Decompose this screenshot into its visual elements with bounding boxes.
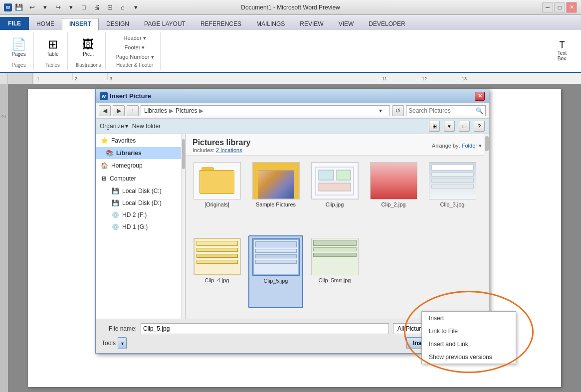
organize-button[interactable]: Organize ▾ xyxy=(100,123,128,130)
file-thumb-sample-pictures xyxy=(252,162,300,199)
forward-button[interactable]: ▶ xyxy=(113,105,125,116)
file-thumb-clip xyxy=(311,162,359,199)
tools-dropdown-button[interactable]: ▾ xyxy=(118,337,127,349)
pictures-button[interactable]: 🖼 Pic... xyxy=(78,37,98,58)
minimize-button[interactable]: ─ xyxy=(542,2,553,13)
close-button[interactable]: ✕ xyxy=(566,2,577,13)
home-button[interactable]: ⌂ xyxy=(117,1,129,13)
arrange-chevron: ▾ xyxy=(479,143,482,149)
more-button[interactable]: ▾ xyxy=(130,1,142,13)
nav-item-hd2-f[interactable]: 💿 HD 2 (F:) xyxy=(96,209,185,221)
clip5mrr-visual xyxy=(312,238,358,275)
print-preview-button[interactable]: □ xyxy=(78,1,90,13)
file-item-sample-pictures[interactable]: Sample Pictures xyxy=(248,160,303,231)
breadcrumb[interactable]: Libraries ▶ Pictures ▶ ▾ xyxy=(141,105,390,116)
tab-view[interactable]: VIEW xyxy=(331,18,362,30)
file-item-clip[interactable]: Clip.jpg xyxy=(307,160,362,231)
pages-label: Pages xyxy=(11,51,25,57)
table-button[interactable]: ⊞ xyxy=(104,1,116,13)
view-options-button[interactable]: ⊞ xyxy=(429,121,440,132)
tab-developer[interactable]: DEVELOPER xyxy=(361,18,412,30)
file-item-originals[interactable]: [Originals] xyxy=(190,160,244,231)
nav-item-homegroup[interactable]: 🏠 Homegroup xyxy=(96,159,185,172)
breadcrumb-dropdown[interactable]: ▾ xyxy=(375,105,387,116)
tab-page-layout[interactable]: PAGE LAYOUT xyxy=(137,18,193,30)
file-scrollbar[interactable] xyxy=(484,134,489,319)
file-area: Pictures library Includes: 2 locations A… xyxy=(186,134,489,319)
table-button-ribbon[interactable]: ⊞ Table xyxy=(43,37,63,58)
refresh-button[interactable]: ↺ xyxy=(392,105,404,116)
dropdown-item-insert-and-link[interactable]: Insert and Link xyxy=(422,338,516,351)
svg-text:13: 13 xyxy=(462,76,467,81)
dropdown-item-link-to-file[interactable]: Link to File xyxy=(422,325,516,338)
print-button[interactable]: 🖨 xyxy=(91,1,103,13)
redo-button[interactable]: ↪ xyxy=(52,1,64,13)
nav-scrollbar[interactable] xyxy=(181,134,185,319)
back-button[interactable]: ◀ xyxy=(99,105,111,116)
tools-label: Tools xyxy=(102,340,116,347)
textbox-button[interactable]: T TextBox xyxy=(555,39,570,62)
ruler: 1 2 3 11 12 13 xyxy=(0,73,581,84)
view-dropdown[interactable]: ▾ xyxy=(444,121,455,132)
computer-icon: 🖥 xyxy=(101,175,107,182)
maximize-button[interactable]: □ xyxy=(554,2,565,13)
tab-review[interactable]: REVIEW xyxy=(292,18,331,30)
search-input[interactable] xyxy=(408,107,476,114)
file-item-clip5[interactable]: Clip_5.jpg xyxy=(248,235,303,308)
save-button[interactable]: 💾 xyxy=(13,1,25,13)
file-name-originals: [Originals] xyxy=(204,201,229,207)
tab-references[interactable]: REFERENCES xyxy=(193,18,249,30)
undo-dropdown[interactable]: ▾ xyxy=(39,1,51,13)
ribbon-group-textbox: T TextBox xyxy=(547,32,577,70)
tab-file[interactable]: FILE xyxy=(0,17,29,30)
document-page[interactable]: W Insert Picture ✕ ◀ ▶ ↑ Libraries ▶ Pic… xyxy=(8,84,581,392)
search-bar[interactable]: 🔍 xyxy=(406,105,486,116)
tab-design[interactable]: DESIGN xyxy=(99,18,137,30)
nav-item-local-d[interactable]: 💾 Local Disk (D:) xyxy=(96,197,185,209)
tab-insert[interactable]: INSERT xyxy=(62,18,99,30)
clip-diagram-svg xyxy=(315,166,355,196)
help-button[interactable]: ? xyxy=(474,121,485,132)
file-thumb-clip4 xyxy=(194,238,241,275)
nav-item-hd1-g[interactable]: 💿 HD 1 (G:) xyxy=(96,221,185,233)
drive-c-icon: 💾 xyxy=(112,188,119,195)
pages-button[interactable]: 📄 Pages xyxy=(8,37,29,58)
includes-link[interactable]: 2 locations xyxy=(216,147,242,153)
nav-item-local-c[interactable]: 💾 Local Disk (C:) xyxy=(96,185,185,197)
word-logo-icon: W xyxy=(4,3,12,11)
libraries-icon: 📚 xyxy=(106,150,113,157)
file-name-clip5: Clip_5.jpg xyxy=(264,278,288,284)
file-item-clip5mrr[interactable]: Clip_5mrr.jpg xyxy=(307,235,362,308)
undo-button[interactable]: ↩ xyxy=(26,1,38,13)
svg-rect-14 xyxy=(319,183,351,191)
dialog-close-button[interactable]: ✕ xyxy=(475,92,485,101)
filename-input[interactable] xyxy=(141,323,389,334)
breadcrumb-pictures: Pictures xyxy=(176,107,197,114)
files-grid: [Originals] Sample Pictures xyxy=(186,156,489,312)
dropdown-item-show-previous[interactable]: Show previous versions xyxy=(422,351,516,364)
breadcrumb-sep1: ▶ xyxy=(169,107,174,114)
ribbon-group-illustrations: 🖼 Pic... Illustrations xyxy=(72,32,106,70)
file-item-clip2[interactable]: Clip_2.jpg xyxy=(366,160,421,231)
file-item-clip4[interactable]: Clip_4.jpg xyxy=(190,235,244,308)
nav-item-libraries[interactable]: 📚 Libraries xyxy=(96,147,185,159)
dropdown-item-insert[interactable]: Insert xyxy=(422,312,516,325)
arrange-value[interactable]: Folder xyxy=(462,143,477,149)
nav-item-favorites[interactable]: ⭐ Favorites xyxy=(96,134,185,147)
new-folder-button[interactable]: New folder xyxy=(132,123,161,130)
table-icon: ⊞ xyxy=(48,38,58,50)
title-bar: W 💾 ↩ ▾ ↪ ▾ □ 🖨 ⊞ ⌂ ▾ Document1 - Micros… xyxy=(0,0,581,15)
customize-button[interactable]: ▾ xyxy=(65,1,77,13)
insert-dropdown-menu: Insert Link to File Insert and Link Show… xyxy=(421,311,516,364)
tab-mailings[interactable]: MAILINGS xyxy=(249,18,292,30)
preview-button[interactable]: □ xyxy=(459,121,470,132)
nav-scroll-thumb xyxy=(182,139,185,169)
nav-item-computer[interactable]: 🖥 Computer xyxy=(96,172,185,185)
tab-home[interactable]: HOME xyxy=(29,18,62,30)
search-icon: 🔍 xyxy=(476,107,483,114)
clip-diagram xyxy=(312,163,358,199)
file-item-clip3[interactable]: Clip_3.jpg xyxy=(425,160,480,231)
organize-dropdown-icon: ▾ xyxy=(125,123,128,130)
file-thumb-originals xyxy=(194,162,241,199)
up-button[interactable]: ↑ xyxy=(127,105,139,116)
